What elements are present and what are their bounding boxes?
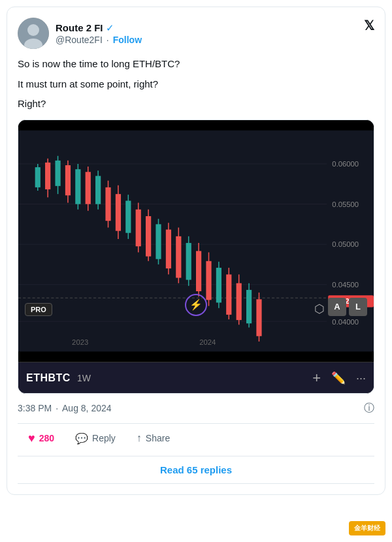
chart-btn-l[interactable]: L	[349, 298, 367, 316]
pro-badge: PRO	[25, 303, 52, 316]
chart-btn-a[interactable]: A	[328, 298, 346, 316]
user-info-section: Route 2 FI ✓ @Route2FI · Follow	[18, 18, 142, 49]
tweet-card: Route 2 FI ✓ @Route2FI · Follow 𝕏 So is …	[7, 7, 385, 495]
user-info: Route 2 FI ✓ @Route2FI · Follow	[56, 22, 142, 45]
heart-icon: ♥	[28, 432, 35, 445]
more-options-button[interactable]: ···	[356, 372, 366, 385]
svg-text:0.04000: 0.04000	[332, 318, 359, 326]
user-handle: @Route2FI	[56, 35, 103, 45]
chart-bottom-actions: + ✏️ ···	[312, 370, 366, 387]
chart-button-group: A L	[328, 298, 367, 316]
tweet-actions: ♥ 280 💬 Reply ↑ Share	[18, 423, 374, 456]
x-logo: 𝕏	[364, 18, 374, 33]
separator-dot: ·	[106, 35, 109, 45]
svg-text:2023: 2023	[72, 338, 88, 346]
like-count: 280	[39, 433, 54, 443]
svg-text:0.06000: 0.06000	[332, 160, 359, 168]
draw-tool-button[interactable]: ✏️	[331, 371, 346, 385]
reply-label: Reply	[92, 433, 116, 443]
reply-icon: 💬	[75, 432, 88, 445]
chart-area: 0.06000 0.05500 0.05000 0.04500 0.04000 …	[18, 120, 374, 362]
watermark: 金羊财经	[349, 521, 385, 535]
like-button[interactable]: ♥ 280	[18, 426, 65, 451]
gear-icon[interactable]: ⬡	[314, 302, 325, 316]
svg-text:0.05000: 0.05000	[332, 240, 359, 248]
info-icon[interactable]: ⓘ	[364, 402, 374, 415]
tweet-header: Route 2 FI ✓ @Route2FI · Follow 𝕏	[18, 18, 374, 49]
chart-container[interactable]: 0.06000 0.05500 0.05000 0.04500 0.04000 …	[18, 120, 374, 394]
tweet-date: Aug 8, 2024	[62, 403, 112, 413]
verified-icon: ✓	[106, 22, 114, 34]
svg-rect-3	[18, 130, 374, 351]
add-indicator-button[interactable]: +	[312, 370, 321, 387]
name-row: Route 2 FI ✓	[56, 22, 142, 34]
reply-button[interactable]: 💬 Reply	[65, 427, 126, 450]
tweet-line-3: Right?	[18, 97, 374, 112]
username: Route 2 FI	[56, 22, 103, 33]
lightning-icon: ⚡	[185, 294, 207, 316]
tweet-time: 3:38 PM	[18, 403, 52, 413]
tweet-line-2: It must turn at some point, right?	[18, 77, 374, 92]
svg-point-1	[27, 24, 39, 36]
tweet-line-1: So is now the time to long ETH/BTC?	[18, 57, 374, 72]
chart-pair: ETHBTC	[26, 372, 71, 384]
chart-interval: 1W	[77, 373, 91, 383]
share-icon: ↑	[137, 432, 142, 444]
timestamp-separator: ·	[56, 403, 58, 413]
candlestick-chart: 0.06000 0.05500 0.05000 0.04500 0.04000 …	[18, 120, 374, 362]
handle-row: @Route2FI · Follow	[56, 35, 142, 45]
svg-text:0.04500: 0.04500	[332, 280, 359, 288]
follow-button[interactable]: Follow	[113, 35, 142, 45]
svg-text:2024: 2024	[199, 338, 216, 346]
read-replies-button[interactable]: Read 65 replies	[18, 456, 374, 484]
avatar[interactable]	[18, 18, 49, 49]
tweet-body: So is now the time to long ETH/BTC? It m…	[18, 57, 374, 112]
tweet-timestamp: 3:38 PM · Aug 8, 2024 ⓘ	[18, 402, 374, 415]
chart-pair-info: ETHBTC 1W	[26, 372, 91, 384]
share-label: Share	[146, 433, 170, 443]
chart-bottom-bar: ETHBTC 1W + ✏️ ···	[18, 362, 374, 394]
share-button[interactable]: ↑ Share	[126, 427, 180, 449]
svg-text:0.05500: 0.05500	[332, 200, 359, 208]
